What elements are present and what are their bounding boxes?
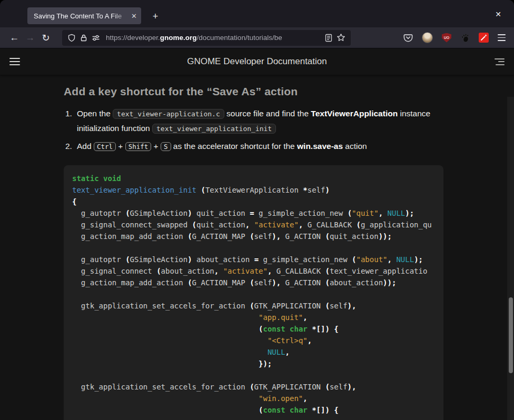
profile-avatar[interactable] (422, 32, 433, 43)
app-menu-button[interactable] (498, 34, 506, 41)
bold-text: TextViewerApplication (311, 109, 398, 118)
code-line: "app.quit", (72, 312, 435, 323)
code-line: g_signal_connect (about_action, "activat… (72, 265, 435, 277)
code-line: gtk_application_set_accels_for_action (G… (72, 300, 435, 312)
browser-tab[interactable]: Saving The Content To A File ✕ (27, 7, 141, 24)
reader-mode-icon[interactable] (324, 34, 333, 42)
inline-code: text_viewer_application_init (152, 124, 276, 134)
code-line: }); (72, 358, 435, 369)
scrollbar[interactable] (507, 97, 514, 420)
code-line: (const char *[]) { (72, 323, 435, 335)
wand-extension-icon[interactable] (479, 33, 489, 43)
scrollbar-thumb[interactable] (509, 297, 513, 373)
browser-window: Saving The Content To A File ✕ + ✕ ← → ↻… (0, 0, 514, 420)
site-menu-icon[interactable] (9, 58, 20, 65)
new-tab-button[interactable]: + (149, 9, 162, 23)
code-line: "<Ctrl>q", (72, 335, 435, 346)
code-line: NULL, (72, 346, 435, 358)
kbd-key: S (161, 142, 171, 151)
site-header: GNOME Developer Documentation (0, 48, 514, 75)
code-line (72, 288, 435, 300)
tab-close-icon[interactable]: ✕ (131, 12, 137, 20)
gnome-foot-icon[interactable] (460, 33, 470, 43)
reload-button[interactable]: ↻ (38, 31, 54, 45)
code-line: g_autoptr (GSimpleAction) about_action =… (72, 254, 435, 265)
lock-icon[interactable] (80, 34, 88, 42)
code-line: g_action_map_add_action (G_ACTION_MAP (s… (72, 277, 435, 288)
pocket-icon[interactable] (403, 33, 413, 43)
code-line: { (72, 196, 435, 207)
code-line: "win.open", (72, 393, 435, 404)
table-of-contents-icon[interactable] (494, 58, 505, 65)
code-line (72, 369, 435, 381)
code-block[interactable]: static voidtext_viewer_application_init … (64, 165, 443, 420)
kbd-key: Shift (125, 142, 152, 151)
list-marker: 2. (65, 139, 72, 153)
permissions-icon[interactable] (92, 34, 100, 42)
kbd-key: Ctrl (94, 142, 116, 151)
titlebar: Saving The Content To A File ✕ + ✕ (0, 0, 514, 27)
code-line: static void (72, 173, 435, 184)
back-button[interactable]: ← (6, 31, 22, 45)
list-item: 1.Open the text_viewer-application.c sou… (64, 106, 443, 136)
code-line: text_viewer_application_init (TextViewer… (72, 184, 435, 196)
page-content: GNOME Developer Documentation Add a key … (0, 48, 514, 420)
site-title: GNOME Developer Documentation (20, 56, 494, 67)
inline-code: text_viewer-application.c (113, 109, 224, 119)
url-text: https://developer.gnome.org/documentatio… (106, 34, 321, 42)
list-marker: 1. (65, 106, 72, 121)
tab-title: Saving The Content To A File (34, 12, 129, 20)
url-bar[interactable]: https://developer.gnome.org/documentatio… (62, 30, 351, 46)
instruction-list: 1.Open the text_viewer-application.c sou… (64, 106, 443, 154)
code-line: g_autoptr (GSimpleAction) quit_action = … (72, 207, 435, 219)
window-close-button[interactable]: ✕ (491, 8, 506, 21)
tracking-shield-icon[interactable] (67, 34, 76, 42)
navigation-toolbar: ← → ↻ https://developer.gnome.org/docume… (0, 27, 514, 48)
code-line: (const char *[]) { (72, 404, 435, 416)
bold-text: win.save-as (297, 142, 343, 151)
forward-button[interactable]: → (22, 31, 38, 45)
code-line: g_signal_connect_swapped (quit_action, "… (72, 219, 435, 231)
bookmark-star-icon[interactable] (337, 33, 345, 42)
code-line: g_action_map_add_action (G_ACTION_MAP (s… (72, 231, 435, 242)
code-line (72, 242, 435, 254)
article: Add a key shortcut for the “Save As” act… (64, 85, 443, 420)
code-line: gtk_application_set_accels_for_action (G… (72, 381, 435, 393)
page-heading: Add a key shortcut for the “Save As” act… (64, 85, 443, 98)
list-item: 2.Add Ctrl + Shift + S as the accelerato… (64, 139, 443, 154)
ublock-origin-icon[interactable]: UO (442, 33, 451, 43)
